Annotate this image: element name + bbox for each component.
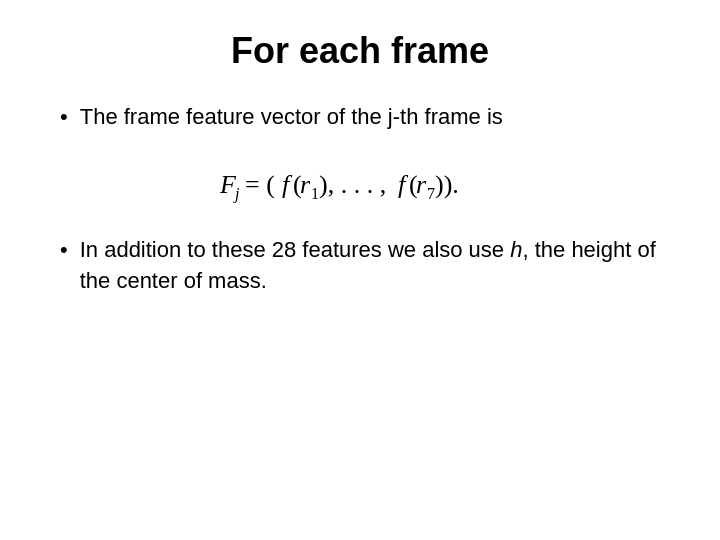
slide-title: For each frame (60, 30, 660, 72)
bullet-item-1: • The frame feature vector of the j-th f… (60, 102, 660, 133)
bullet-dot-1: • (60, 102, 68, 133)
svg-text:1: 1 (311, 185, 319, 202)
svg-text:j: j (233, 185, 240, 203)
formula-image: F j = ( f ( r 1 ), . . . , f ( r 7 )). (220, 163, 500, 205)
bullet-item-2: • In addition to these 28 features we al… (60, 235, 660, 297)
svg-text:= (: = ( (245, 170, 275, 199)
bullet-text-2: In addition to these 28 features we also… (80, 235, 660, 297)
formula-block: F j = ( f ( r 1 ), . . . , f ( r 7 )). (60, 163, 660, 205)
content-area: • The frame feature vector of the j-th f… (60, 102, 660, 296)
bullet2-italic: h (510, 237, 522, 262)
svg-text:f: f (282, 170, 293, 199)
svg-text:f: f (398, 170, 409, 199)
bullet-dot-2: • (60, 235, 68, 266)
svg-text:)).: )). (435, 170, 459, 199)
bullet2-part1: In addition to these 28 features we also… (80, 237, 511, 262)
svg-text:r: r (300, 170, 311, 199)
bullet-text-1: The frame feature vector of the j-th fra… (80, 102, 503, 133)
svg-text:7: 7 (427, 185, 435, 202)
svg-text:r: r (416, 170, 427, 199)
svg-text:), . . . ,: ), . . . , (319, 170, 386, 199)
